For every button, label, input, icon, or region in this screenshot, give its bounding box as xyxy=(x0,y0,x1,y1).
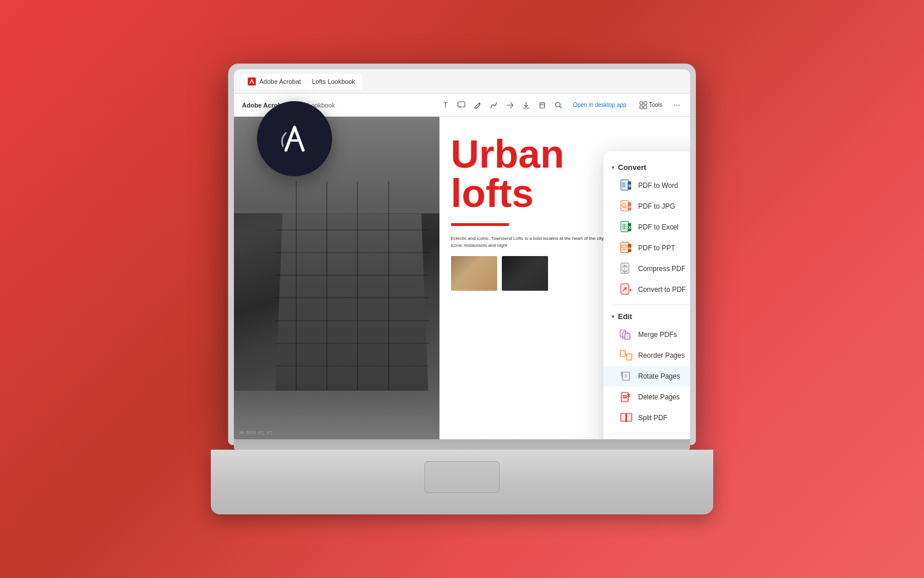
split-pdf-icon xyxy=(620,412,632,424)
convert-section-title: Convert xyxy=(618,163,646,172)
svg-text:PPT: PPT xyxy=(628,247,633,250)
compress-pdf-item[interactable]: Compress PDF xyxy=(603,258,690,279)
delete-pages-label: Delete Pages xyxy=(638,393,680,401)
pdf-to-word-item[interactable]: W PDF to Word xyxy=(603,175,690,196)
merge-pdfs-label: Merge PDFs xyxy=(638,331,677,339)
download-icon[interactable] xyxy=(521,100,531,110)
laptop-body xyxy=(211,450,713,514)
svg-rect-43 xyxy=(627,354,632,360)
merge-pdfs-item[interactable]: Merge PDFs xyxy=(603,324,690,345)
svg-rect-41 xyxy=(625,334,630,339)
svg-text:X: X xyxy=(628,225,631,229)
reorder-pages-icon xyxy=(620,349,632,362)
svg-text:W: W xyxy=(628,184,632,188)
laptop-hinge xyxy=(234,439,690,450)
svg-rect-47 xyxy=(621,392,628,402)
convert-section-header[interactable]: ▾ Convert xyxy=(603,160,690,175)
pdf-to-ppt-label: PDF to PPT xyxy=(638,244,675,252)
convert-to-pdf-label: Convert to PDF xyxy=(638,286,686,294)
text-tool-icon[interactable]: T xyxy=(440,100,450,110)
laptop-trackpad xyxy=(424,461,500,493)
pdf-to-excel-icon: X xyxy=(620,221,632,234)
pdf-red-divider xyxy=(451,223,509,226)
tools-section-edit: ▾ Edit xyxy=(603,309,690,428)
divider-1 xyxy=(612,305,690,305)
laptop-container: Adobe Acrobat · Lofts Lookbook Adobe Acr… xyxy=(202,46,722,532)
search-icon[interactable] xyxy=(553,100,564,110)
draw-icon[interactable] xyxy=(489,100,499,110)
split-pdf-label: Split PDF xyxy=(638,414,668,422)
print-icon[interactable] xyxy=(537,100,547,110)
pdf-building-image: MI 5000 SQ. FT xyxy=(234,117,439,439)
delete-pages-icon xyxy=(620,391,632,403)
tab-app-name: Adobe Acrobat xyxy=(259,78,301,85)
tools-btn-label: Tools xyxy=(649,102,662,108)
pdf-to-word-icon: W xyxy=(620,179,632,192)
rotate-pages-icon xyxy=(620,370,632,383)
svg-rect-4 xyxy=(640,102,643,105)
svg-rect-2 xyxy=(541,102,543,103)
pdf-to-ppt-icon: PPT xyxy=(620,242,632,254)
pdf-to-jpg-icon: JPG xyxy=(620,200,632,213)
pdf-to-word-label: PDF to Word xyxy=(638,181,678,190)
pdf-to-excel-label: PDF to Excel xyxy=(638,223,679,231)
compress-pdf-label: Compress PDF xyxy=(638,265,685,273)
comment-icon[interactable] xyxy=(456,100,467,110)
tab-favicon xyxy=(248,77,256,86)
share-icon[interactable] xyxy=(505,100,515,110)
rotate-pages-item[interactable]: Rotate Pages xyxy=(603,366,690,387)
building-photo: MI 5000 SQ. FT xyxy=(234,117,439,439)
tools-section-sign-protect: ▾ Sign & Protect Fill & xyxy=(603,437,690,439)
edit-section-title: Edit xyxy=(618,312,632,321)
tab-doc-name: Lofts Lookbook xyxy=(312,78,355,85)
tools-section-convert: ▾ Convert W xyxy=(603,160,690,300)
browser-chrome: Adobe Acrobat · Lofts Lookbook xyxy=(234,69,690,94)
pdf-thumbnail-2 xyxy=(502,256,548,291)
svg-rect-1 xyxy=(540,105,545,108)
convert-to-pdf-item[interactable]: Convert to PDF xyxy=(603,279,690,300)
svg-rect-7 xyxy=(644,106,647,109)
pencil-icon[interactable] xyxy=(472,100,483,110)
tab-separator: · xyxy=(305,78,307,85)
pdf-thumbnail-1 xyxy=(451,256,497,291)
delete-pages-item[interactable]: Delete Pages xyxy=(603,387,690,407)
convert-to-pdf-icon xyxy=(620,283,632,296)
reorder-pages-item[interactable]: Reorder Pages xyxy=(603,345,690,366)
split-pdf-item[interactable]: Split PDF xyxy=(603,407,690,428)
more-icon[interactable]: ⋯ xyxy=(672,100,682,110)
svg-rect-44 xyxy=(623,372,629,380)
svg-rect-50 xyxy=(621,413,626,421)
svg-rect-42 xyxy=(620,350,625,357)
edit-section-header[interactable]: ▾ Edit xyxy=(603,309,690,324)
svg-rect-5 xyxy=(644,102,647,105)
svg-text:JPG: JPG xyxy=(628,205,633,209)
convert-chevron-icon: ▾ xyxy=(612,164,614,171)
laptop-base xyxy=(211,439,713,514)
merge-pdfs-icon xyxy=(620,328,632,341)
open-desktop-btn[interactable]: Open in desktop app xyxy=(569,99,629,110)
svg-rect-51 xyxy=(627,413,632,421)
edit-chevron-icon: ▾ xyxy=(612,313,614,320)
pdf-to-jpg-label: PDF to JPG xyxy=(638,202,675,210)
rotate-pages-label: Rotate Pages xyxy=(638,372,680,380)
svg-rect-6 xyxy=(640,106,643,109)
tools-floating-panel: ▾ Convert W xyxy=(603,151,690,439)
browser-tab: Adobe Acrobat · Lofts Lookbook xyxy=(241,74,362,89)
pdf-to-excel-item[interactable]: X PDF to Excel xyxy=(603,217,690,238)
adobe-logo xyxy=(257,101,332,176)
reorder-pages-label: Reorder Pages xyxy=(638,351,685,360)
building-caption: MI 5000 SQ. FT xyxy=(240,431,273,435)
divider-2 xyxy=(612,433,690,433)
tools-btn[interactable]: Tools xyxy=(636,99,666,112)
toolbar-icons: T xyxy=(440,99,682,112)
svg-rect-0 xyxy=(458,102,465,107)
pdf-to-jpg-item[interactable]: JPG PDF to JPG xyxy=(603,196,690,217)
compress-pdf-icon xyxy=(620,262,632,275)
sign-protect-section-header[interactable]: ▾ Sign & Protect xyxy=(603,437,690,439)
pdf-to-ppt-item[interactable]: PPT PDF to PPT xyxy=(603,238,690,258)
